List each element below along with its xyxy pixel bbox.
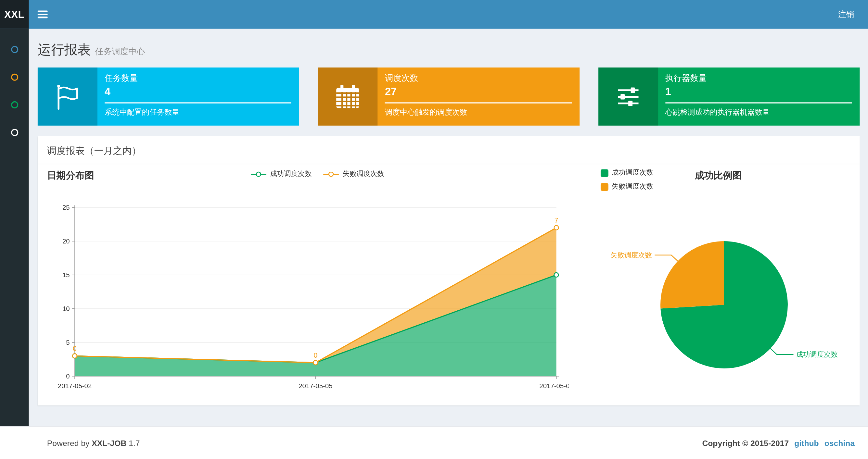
page-title: 运行报表 — [38, 41, 91, 59]
divider — [385, 102, 572, 103]
page-footer: Powered by XXL-JOB 1.7 Copyright © 2015-… — [0, 426, 868, 459]
info-box-triggers: 调度次数 27 调度中心触发的调度次数 — [318, 67, 580, 126]
flag-icon — [38, 67, 97, 126]
sidebar-toggle-button[interactable] — [29, 0, 57, 29]
svg-text:2017-05-08: 2017-05-08 — [539, 382, 569, 390]
svg-text:10: 10 — [62, 305, 70, 312]
pie-series-marker — [601, 169, 609, 177]
hamburger-icon — [38, 13, 48, 15]
copyright: Copyright © 2015-2017 — [702, 438, 789, 447]
calendar-icon — [318, 67, 378, 126]
legend-item[interactable]: 成功调度次数 — [601, 168, 653, 177]
top-navbar: XXL 注销 — [0, 0, 868, 29]
svg-text:2017-05-05: 2017-05-05 — [299, 382, 333, 390]
svg-text:失败调度次数: 失败调度次数 — [610, 251, 652, 259]
divider — [665, 102, 852, 103]
circle-outline-icon — [11, 129, 18, 136]
svg-text:15: 15 — [62, 271, 70, 278]
pie-chart-legend: 成功调度次数失败调度次数 — [601, 168, 653, 192]
line-chart-title: 日期分布图 — [47, 169, 94, 182]
app-logo[interactable]: XXL — [0, 0, 29, 29]
svg-text:20: 20 — [62, 237, 70, 245]
info-box-title: 任务数量 — [104, 72, 291, 84]
line-series-marker — [322, 170, 339, 178]
powered-by: Powered by XXL-JOB 1.7 — [47, 438, 140, 447]
svg-text:0: 0 — [73, 345, 77, 353]
pie-chart-title: 成功比例图 — [695, 169, 742, 182]
svg-text:5: 5 — [66, 338, 69, 346]
logout-link[interactable]: 注销 — [824, 0, 868, 29]
report-panel: 调度报表（一月之内） 日期分布图 成功调度次数 失败调度次数 051015202… — [38, 136, 860, 405]
info-box-title: 调度次数 — [385, 72, 572, 84]
xxl-job-dashboard: XXL 注销 运行报表 任务调度中心 — [0, 0, 868, 459]
main-content: 运行报表 任务调度中心 任务数量 4 系统中配置的任务数量 — [29, 29, 868, 426]
sidebar-item-3[interactable] — [0, 119, 29, 146]
circle-outline-icon — [11, 101, 18, 108]
info-box-value: 1 — [665, 85, 852, 98]
product-name: XXL-JOB — [92, 438, 126, 447]
svg-text:0: 0 — [66, 372, 69, 380]
divider — [104, 102, 291, 103]
pie-chart: 成功调度次数失败调度次数 — [591, 201, 857, 392]
svg-text:7: 7 — [555, 217, 558, 224]
info-box-description: 调度中心触发的调度次数 — [385, 107, 572, 118]
panel-title: 调度报表（一月之内） — [38, 136, 860, 164]
info-box-description: 心跳检测成功的执行器机器数量 — [665, 107, 852, 118]
circle-outline-icon — [11, 46, 18, 53]
svg-text:2017-05-02: 2017-05-02 — [58, 382, 92, 390]
info-box-jobs: 任务数量 4 系统中配置的任务数量 — [38, 67, 299, 126]
line-chart: 05101520252017-05-022017-05-052017-05-08… — [49, 201, 569, 395]
info-box-row: 任务数量 4 系统中配置的任务数量 — [38, 67, 860, 126]
info-box-executors: 执行器数量 1 心跳检测成功的执行器机器数量 — [598, 67, 860, 126]
svg-text:25: 25 — [62, 203, 70, 211]
info-box-title: 执行器数量 — [665, 72, 852, 84]
sidebar-item-0[interactable] — [0, 35, 29, 63]
hamburger-icon — [38, 11, 48, 12]
hamburger-icon — [38, 17, 48, 18]
info-box-description: 系统中配置的任务数量 — [104, 107, 291, 118]
oschina-link[interactable]: oschina — [825, 438, 855, 447]
legend-item[interactable]: 成功调度次数 — [250, 169, 312, 178]
info-box-value: 27 — [385, 85, 572, 98]
sidebar-nav — [0, 29, 29, 426]
legend-item[interactable]: 失败调度次数 — [322, 169, 384, 178]
circle-outline-icon — [11, 73, 18, 80]
legend-item[interactable]: 失败调度次数 — [601, 182, 653, 192]
page-subtitle: 任务调度中心 — [95, 46, 145, 57]
line-series-marker — [250, 170, 267, 178]
page-header: 运行报表 任务调度中心 — [29, 29, 868, 59]
svg-text:0: 0 — [313, 352, 317, 359]
sidebar-item-1[interactable] — [0, 63, 29, 91]
svg-text:成功调度次数: 成功调度次数 — [796, 351, 838, 358]
pie-series-marker — [601, 183, 609, 191]
github-link[interactable]: github — [794, 438, 818, 447]
sidebar-item-2[interactable] — [0, 91, 29, 118]
product-version: 1.7 — [129, 438, 140, 447]
sliders-icon — [598, 67, 658, 126]
line-chart-legend: 成功调度次数 失败调度次数 — [195, 169, 439, 178]
info-box-value: 4 — [104, 85, 291, 98]
